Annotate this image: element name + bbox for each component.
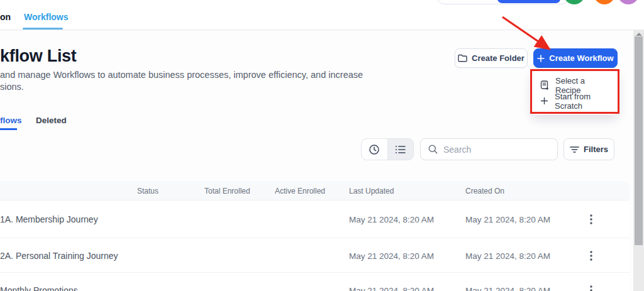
page-description: and manage Workflows to automate busines… (0, 69, 363, 93)
view-toggle (361, 138, 414, 160)
workflow-name[interactable]: 2A. Personal Training Journey (0, 251, 118, 261)
column-header-total-enrolled: Total Enrolled (204, 187, 250, 195)
list-icon (395, 145, 406, 155)
last-updated-value: May 21 2024, 8:20 AM (349, 251, 434, 261)
search-box (420, 138, 558, 160)
page-description-line2: sions. (0, 81, 363, 93)
filters-button[interactable]: Filters (564, 138, 614, 160)
avatar-purple[interactable] (618, 0, 639, 4)
workflow-table: Status Total Enrolled Active Enrolled La… (0, 181, 630, 291)
column-header-last-updated: Last Updated (349, 187, 394, 195)
tab-workflows-partial[interactable]: flows (0, 116, 22, 125)
top-navigation-bar: on Workflows (0, 0, 644, 30)
create-folder-button[interactable]: Create Folder (455, 48, 528, 68)
active-tab-underline (23, 28, 63, 30)
recipe-plus-icon (540, 80, 549, 90)
create-workflow-button[interactable]: Create Workflow (533, 48, 618, 68)
table-header-row: Status Total Enrolled Active Enrolled La… (0, 181, 630, 200)
column-header-created-on: Created On (465, 187, 504, 195)
page-title: kflow List (0, 47, 77, 66)
table-row[interactable]: 2A. Personal Training Journey May 21 202… (0, 238, 630, 273)
filter-lines-icon (570, 146, 579, 153)
search-icon (428, 145, 438, 154)
filters-label: Filters (584, 145, 608, 154)
row-actions-kebab-icon[interactable] (585, 284, 597, 291)
page-description-line1: and manage Workflows to automate busines… (0, 69, 363, 81)
row-actions-kebab-icon[interactable] (585, 213, 597, 226)
list-view-toggle[interactable] (388, 139, 414, 160)
table-row[interactable]: Monthly Promotions May 21 2024, 8:20 AM … (0, 273, 630, 291)
column-header-active-enrolled: Active Enrolled (275, 187, 325, 195)
tab-automation-partial[interactable]: on (0, 12, 11, 22)
table-row[interactable]: 1A. Membership Journey May 21 2024, 8:20… (0, 200, 630, 238)
create-folder-label: Create Folder (472, 53, 525, 63)
row-actions-kebab-icon[interactable] (585, 250, 597, 262)
scrollbar-up-arrow-icon[interactable] (636, 33, 642, 36)
clock-icon (369, 144, 380, 155)
create-workflow-menu: Select a Recipe Start from Scratch (532, 71, 618, 115)
last-updated-value: May 21 2024, 8:20 AM (349, 215, 434, 224)
top-blue-button-partial[interactable] (497, 0, 560, 3)
last-updated-value: May 21 2024, 8:20 AM (349, 286, 434, 291)
workflow-name[interactable]: Monthly Promotions (0, 285, 78, 291)
menu-item-label: Start from Scratch (555, 92, 609, 111)
menu-item-select-recipe[interactable]: Select a Recipe (532, 77, 618, 93)
workflow-list-page: on Workflows kflow List and manage Workf… (0, 0, 644, 291)
history-view-toggle[interactable] (362, 139, 388, 160)
column-header-status: Status (137, 187, 158, 195)
created-on-value: May 21 2024, 8:20 AM (465, 251, 550, 261)
active-subtab-underline (0, 128, 17, 130)
plus-icon (540, 97, 548, 105)
avatar-orange[interactable] (594, 0, 615, 4)
folder-icon (458, 54, 467, 62)
menu-item-start-from-scratch[interactable]: Start from Scratch (532, 93, 618, 109)
plus-icon (537, 55, 545, 62)
created-on-value: May 21 2024, 8:20 AM (465, 286, 550, 291)
tab-workflows[interactable]: Workflows (24, 12, 69, 22)
scrollbar-thumb[interactable] (635, 36, 643, 245)
tab-deleted[interactable]: Deleted (36, 116, 67, 125)
create-workflow-label: Create Workflow (549, 53, 613, 63)
created-on-value: May 21 2024, 8:20 AM (465, 215, 550, 224)
workflow-name[interactable]: 1A. Membership Journey (0, 214, 98, 224)
search-input[interactable] (443, 145, 557, 155)
